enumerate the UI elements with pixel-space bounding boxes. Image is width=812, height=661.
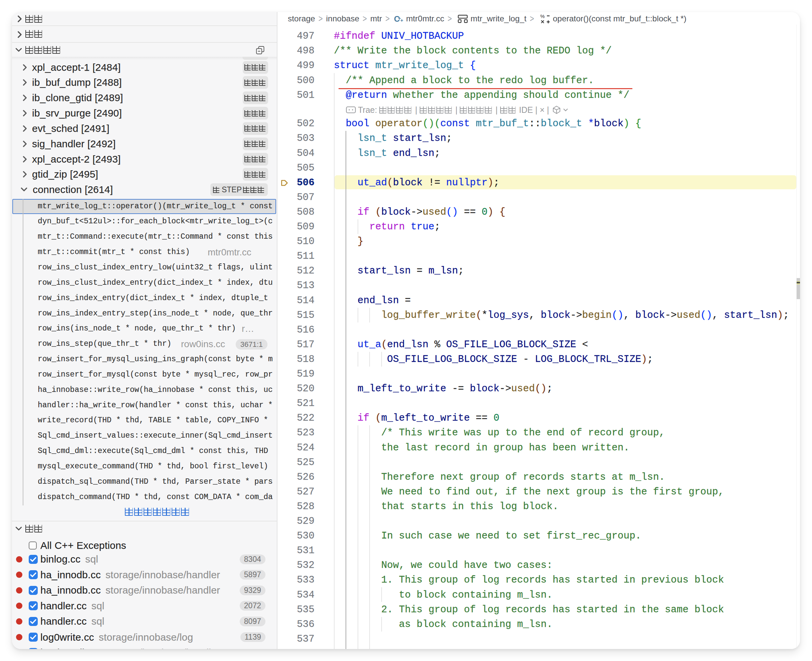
svg-text:%: % — [540, 14, 545, 19]
svg-text:+: + — [400, 18, 403, 23]
